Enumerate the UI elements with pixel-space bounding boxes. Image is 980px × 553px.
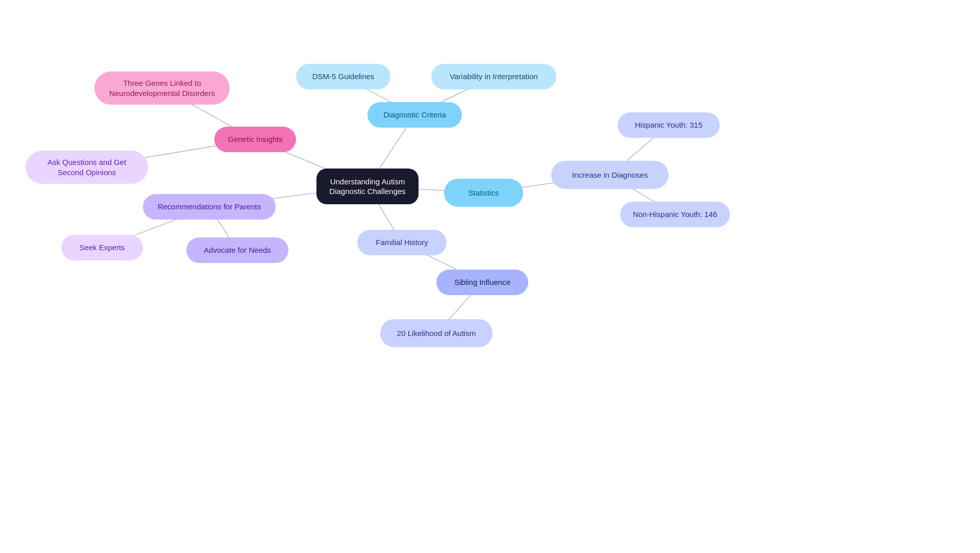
variability-node: Variability in Interpretation [431,64,556,89]
increase-diagnoses-node: Increase in Diagnoses [551,161,669,189]
hispanic-youth-node: Hispanic Youth: 315 [618,112,720,138]
familial-history-node: Familial History [357,230,447,255]
three-genes-node: Three Genes Linked to Neurodevelopmental… [94,71,230,105]
center-node: Understanding Autism Diagnostic Challeng… [316,169,419,204]
seek-experts-node: Seek Experts [61,235,143,260]
genetic-insights-node: Genetic Insights [214,127,296,152]
diagnostic-criteria-node: Diagnostic Criteria [368,102,462,128]
advocate-node: Advocate for Needs [186,237,288,263]
likelihood-node: 20 Likelihood of Autism [380,319,493,347]
non-hispanic-node: Non-Hispanic Youth: 146 [620,202,730,227]
dsm5-node: DSM-5 Guidelines [296,64,390,89]
ask-questions-node: Ask Questions and Get Second Opinions [26,151,148,184]
sibling-influence-node: Sibling Influence [436,270,528,295]
statistics-node: Statistics [444,179,523,207]
recommendations-node: Recommendations for Parents [143,194,276,220]
